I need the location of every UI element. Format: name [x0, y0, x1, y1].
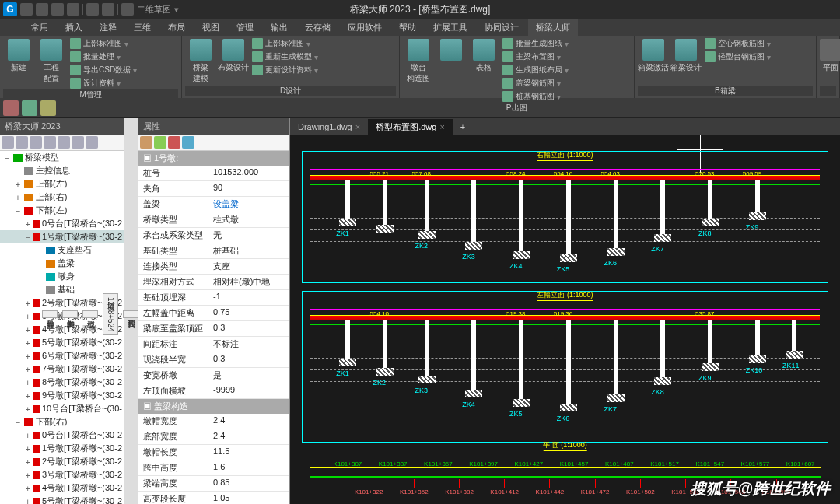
close-icon[interactable]: × — [355, 122, 360, 131]
tree-node[interactable]: +0号台[T梁桥台~(30-2 — [0, 429, 124, 442]
prop-tool-icon[interactable] — [154, 136, 166, 149]
qat-open-icon[interactable] — [36, 3, 48, 16]
prop-tool-icon[interactable] — [168, 136, 180, 149]
tree-node[interactable]: +上部(右) — [0, 191, 124, 204]
tool-icon-3[interactable] — [40, 100, 56, 116]
ribbon-button[interactable]: 更新设计资料▾ — [250, 64, 320, 76]
tree-node[interactable]: +8号墩[T梁桥墩~(30-2 — [0, 376, 124, 389]
qat-redo-icon[interactable] — [102, 3, 114, 16]
tree-tool-icon[interactable] — [30, 136, 42, 149]
property-row[interactable]: 盖梁设盖梁 — [138, 197, 289, 212]
tree-node[interactable]: 支座垫石 — [0, 243, 124, 257]
file-tab[interactable]: Drawing1.dwg× — [290, 120, 368, 134]
menu-tab[interactable]: 管理 — [229, 19, 261, 36]
tree-node[interactable]: 盖梁 — [0, 257, 124, 270]
drawing-canvas[interactable]: 右幅立面 (1:1000)ZK1555.21557.68ZK2ZK3558.24… — [290, 135, 840, 504]
menu-tab[interactable]: 扩展工具 — [425, 19, 475, 36]
vertical-tab[interactable]: 模型 — [82, 310, 98, 318]
property-row[interactable]: 连接类型支座 — [138, 259, 289, 275]
property-row[interactable]: 左顶面横坡-9999 — [138, 383, 289, 399]
menu-tab[interactable]: 应用软件 — [340, 19, 390, 36]
qat-mode-label[interactable]: 二维草图 — [137, 4, 171, 16]
property-row[interactable]: 桩号101532.000 — [138, 166, 289, 181]
qat-print-icon[interactable] — [67, 3, 79, 16]
menu-tab[interactable]: 云存储 — [297, 19, 338, 36]
ribbon-button[interactable]: 重新生成模型▾ — [250, 51, 320, 63]
ribbon-button[interactable]: 盖梁钢筋图▾ — [501, 77, 570, 89]
tree-node[interactable]: +上部(左) — [0, 177, 124, 191]
property-row[interactable]: 墩帽宽度2.4 — [138, 414, 289, 429]
property-row[interactable]: 现浇段半宽0.3 — [138, 352, 289, 368]
ribbon-button[interactable]: 轻型台钢筋图▾ — [703, 51, 772, 63]
qat-new-icon[interactable] — [20, 3, 33, 16]
ribbon-big-button[interactable]: 布梁设计 — [218, 37, 249, 86]
tree-node[interactable]: +6号墩[T梁桥墩~(30-2 — [0, 349, 124, 362]
menu-tab[interactable]: 桥梁大师 — [528, 19, 578, 36]
property-row[interactable]: 承台或系梁类型无 — [138, 228, 289, 243]
tool-icon-2[interactable] — [22, 100, 37, 116]
menu-tab[interactable]: 三维 — [126, 19, 159, 36]
ribbon-button[interactable]: 批量生成图纸▾ — [501, 37, 570, 50]
tree-node[interactable]: −下部(右) — [0, 415, 124, 429]
property-row[interactable]: 基础顶埋深-1 — [138, 290, 289, 306]
ribbon-big-button[interactable] — [436, 37, 467, 103]
tree-node[interactable]: +4号墩[T梁桥墩~(30-2 — [0, 481, 124, 495]
menu-tab[interactable]: 常用 — [23, 19, 56, 36]
vertical-tab[interactable]: 项目1278+524 — [103, 293, 118, 336]
ribbon-button[interactable]: 空心钢板筋图▾ — [703, 37, 772, 50]
tree-node[interactable]: +10号台[T梁桥台~(30- — [0, 402, 124, 415]
tree-node[interactable]: +3号墩[T梁桥墩~(30-2 — [0, 468, 124, 481]
tree-node[interactable]: +1号墩[T梁桥墩~(30-2 — [0, 442, 124, 455]
ribbon-big-button[interactable]: 表格 — [468, 37, 499, 103]
property-row[interactable]: 变宽桥墩是 — [138, 368, 289, 383]
tree-node[interactable]: +5号墩[T梁桥墩~(30-2 — [0, 495, 124, 504]
property-row[interactable]: 梁底至盖梁顶距0.3 — [138, 321, 289, 337]
new-tab-button[interactable]: + — [453, 120, 473, 134]
vertical-tab[interactable]: 我的工程 — [123, 310, 138, 318]
menu-tab[interactable]: 布局 — [160, 19, 193, 36]
ribbon-big-button[interactable]: 墩台构造图 — [403, 37, 434, 103]
property-row[interactable]: 间距标注不标注 — [138, 337, 289, 352]
ribbon-button[interactable]: 设计资料▾ — [68, 77, 138, 89]
tree-node[interactable]: −下部(左) — [0, 204, 124, 217]
tree-tool-icon[interactable] — [58, 136, 70, 149]
ribbon-button[interactable]: 上部标准图▾ — [68, 37, 138, 50]
property-row[interactable]: 底部宽度2.4 — [138, 429, 289, 445]
menu-tab[interactable]: 帮助 — [391, 19, 424, 36]
tree-tool-icon[interactable] — [86, 136, 98, 149]
tree-node[interactable]: −1号墩[T梁桥墩~(30-2 — [0, 230, 124, 243]
ribbon-more[interactable]: 平面 — [820, 37, 840, 86]
ribbon-button[interactable]: 生成图纸布局▾ — [501, 64, 570, 76]
tree-node[interactable]: +7号墩[T梁桥墩~(30-2 — [0, 362, 124, 376]
menu-tab[interactable]: 视图 — [194, 19, 227, 36]
ribbon-button[interactable]: 上部标准图▾ — [250, 37, 320, 50]
property-row[interactable]: 夹角90 — [138, 181, 289, 197]
tool-icon-1[interactable] — [3, 100, 19, 116]
ribbon-big-button[interactable]: 桥梁建模 — [185, 37, 216, 86]
property-row[interactable]: 左幅盖中距离0.75 — [138, 306, 289, 321]
ribbon-button[interactable]: 主梁布置图▾ — [501, 51, 570, 63]
prop-tool-icon[interactable] — [140, 136, 152, 149]
property-row[interactable]: 埋深相对方式相对柱(墩)中地 — [138, 275, 289, 290]
tree-node[interactable]: −桥梁模型 — [0, 151, 124, 164]
vertical-tab[interactable]: 我的文件夹 — [62, 310, 78, 318]
property-row[interactable]: 基础类型桩基础 — [138, 243, 289, 259]
menu-tab[interactable]: 输出 — [263, 19, 296, 36]
property-row[interactable]: 墩帽长度11.5 — [138, 445, 289, 460]
property-row[interactable]: 跨中高度1.6 — [138, 460, 289, 476]
qat-undo-icon[interactable] — [86, 3, 99, 16]
file-tab[interactable]: 桥型布置图.dwg× — [368, 119, 453, 135]
property-row[interactable]: 桥墩类型柱式墩 — [138, 212, 289, 228]
ribbon-big-button[interactable]: 新建 — [3, 37, 34, 89]
menu-tab[interactable]: 协同设计 — [477, 19, 527, 36]
tree-tool-icon[interactable] — [44, 136, 56, 149]
property-grid[interactable]: ▣ 1号墩:桩号101532.000夹角90盖梁设盖梁桥墩类型柱式墩承台或系梁类… — [138, 151, 289, 504]
menu-tab[interactable]: 插入 — [58, 19, 90, 36]
ribbon-big-button[interactable]: 箱梁设计 — [670, 37, 702, 86]
chevron-down-icon[interactable]: ▾ — [174, 5, 179, 15]
property-row[interactable]: 高变段长度1.05 — [138, 492, 289, 504]
ribbon-big-button[interactable]: 工程配置 — [36, 37, 67, 89]
tree-node[interactable]: +9号墩[T梁桥墩~(30-2 — [0, 389, 124, 402]
ribbon-big-button[interactable]: 箱梁激活 — [638, 37, 669, 86]
close-icon[interactable]: × — [439, 122, 444, 131]
